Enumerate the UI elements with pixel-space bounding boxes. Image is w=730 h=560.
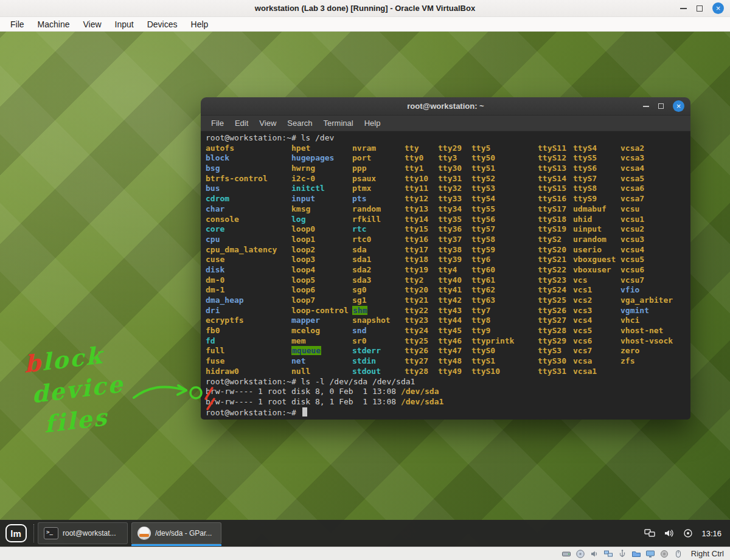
terminal-titlebar[interactable]: root@workstation: ~ × (201, 97, 690, 116)
terminal-line: root@workstation:~# ls /dev (206, 133, 686, 143)
device-entry: mapper (291, 316, 320, 325)
device-entry: vga_arbiter (620, 296, 673, 305)
device-entry: tty42 (438, 296, 462, 305)
device-entry: ppp (352, 164, 366, 173)
minimize-icon[interactable] (680, 8, 687, 9)
usb-icon[interactable] (617, 549, 627, 559)
mint-panel: lm root@workstat... /dev/sda - GPar... (0, 520, 730, 547)
device-entry: dm-0 (206, 275, 224, 285)
recording-icon[interactable] (659, 549, 669, 559)
terminal-menu-view[interactable]: View (254, 117, 282, 130)
taskbar-window-terminal[interactable]: root@workstat... (38, 522, 128, 544)
close-icon[interactable]: × (673, 100, 684, 112)
vbox-menu-view[interactable]: View (76, 18, 108, 30)
device-entry: fb0 (206, 326, 220, 335)
hdd-icon[interactable] (561, 549, 571, 559)
close-icon[interactable]: × (712, 2, 724, 14)
device-entry: tty11 (405, 184, 428, 193)
device-entry: vgmint (620, 306, 649, 315)
terminal-menubar: File Edit View Search Terminal Help (201, 116, 690, 131)
terminal-output[interactable]: root@workstation:~# ls /devautofsblockbs… (201, 131, 690, 420)
device-entry: vcs2 (573, 296, 592, 305)
vbox-menu-help[interactable]: Help (184, 18, 215, 30)
device-entry: vhost-net (620, 326, 663, 335)
optical-icon[interactable] (575, 549, 585, 559)
device-entry: ttyS22 (538, 265, 566, 274)
minimize-icon[interactable] (643, 106, 649, 107)
device-entry: vhci (620, 316, 639, 325)
terminal-menu-search[interactable]: Search (282, 117, 318, 130)
device-entry: loop2 (291, 245, 315, 254)
device-entry: tty51 (471, 164, 495, 173)
device-entry: ttyS18 (538, 215, 566, 224)
device-entry: shm (352, 306, 367, 315)
audio-icon[interactable] (589, 549, 599, 559)
device-entry: tty43 (438, 306, 462, 315)
mouse-icon[interactable] (673, 549, 683, 559)
device-entry: tty55 (471, 204, 495, 213)
device-entry: char (206, 204, 224, 213)
device-entry: loop-control (291, 306, 349, 315)
mint-menu-button[interactable]: lm (0, 520, 32, 547)
display-icon[interactable] (645, 549, 655, 559)
arrow-shaft (134, 387, 186, 398)
clock[interactable]: 13:16 (701, 529, 721, 538)
device-entry: mem (291, 336, 305, 345)
restore-icon[interactable] (658, 103, 664, 109)
device-entry: ttyS12 (538, 153, 566, 162)
device-entry: ttyS0 (471, 346, 495, 355)
device-entry: ttyS8 (573, 184, 597, 193)
device-entry: vcsu7 (620, 275, 644, 285)
device-entry: dri (206, 306, 220, 315)
device-entry: dma_heap (206, 296, 244, 305)
terminal-menu-edit[interactable]: Edit (229, 117, 254, 130)
device-entry: ttyS2 (538, 235, 561, 244)
device-entry: tty0 (405, 153, 423, 162)
device-entry: vcsa1 (573, 367, 597, 376)
device-entry: tty33 (438, 194, 462, 203)
device-entry: tty29 (438, 143, 462, 153)
vbox-window-title: workstation (Lab 3 done) [Running] - Ora… (255, 4, 475, 13)
device-entry: sg0 (352, 285, 366, 294)
device-entry: initctl (291, 184, 325, 193)
device-entry: tty37 (438, 235, 462, 244)
device-entry: cuse (206, 255, 224, 264)
device-entry: log (291, 215, 305, 224)
notifications-icon[interactable] (683, 528, 693, 538)
device-entry: btrfs-control (206, 174, 268, 183)
device-entry: dm-1 (206, 285, 224, 294)
terminal-menu-file[interactable]: File (206, 117, 229, 130)
device-entry: sda1 (352, 255, 371, 264)
device-entry: ttyS1 (471, 356, 495, 365)
device-entry: tty (405, 143, 419, 153)
shell-command: ls -l /dev/sda /dev/sda1 (301, 377, 415, 386)
annotation-red-marks (206, 388, 214, 409)
device-entry: net (291, 356, 305, 365)
device-entry: ttyS11 (538, 143, 566, 153)
vbox-menu-file[interactable]: File (4, 18, 31, 30)
terminal-menu-terminal[interactable]: Terminal (318, 117, 359, 130)
device-entry: ttyS27 (538, 316, 566, 325)
device-entry: ttyS26 (538, 306, 566, 315)
device-entry: tty17 (405, 245, 428, 254)
panel-separator (33, 524, 34, 542)
annotation-arrow (122, 372, 243, 451)
terminal-menu-help[interactable]: Help (359, 117, 386, 130)
vbox-menu-devices[interactable]: Devices (141, 18, 184, 30)
network-icon[interactable] (644, 528, 655, 538)
restore-icon[interactable] (697, 5, 703, 12)
device-entry: core (206, 224, 224, 233)
device-entry: sg1 (352, 296, 366, 305)
shared-folder-icon[interactable] (631, 549, 641, 559)
device-entry: vcsa (573, 356, 592, 365)
device-entry: vcsa7 (620, 194, 644, 203)
device-entry: tty24 (405, 326, 428, 335)
device-entry: cpu_dma_latency (206, 245, 277, 254)
volume-icon[interactable] (664, 528, 675, 538)
vbox-menubar: File Machine View Input Devices Help (0, 17, 730, 32)
vbox-menu-machine[interactable]: Machine (31, 18, 77, 30)
device-entry: tty49 (438, 367, 462, 376)
taskbar-window-gparted[interactable]: /dev/sda - GPar... (131, 522, 221, 544)
network-icon[interactable] (603, 549, 613, 559)
vbox-menu-input[interactable]: Input (108, 18, 141, 30)
